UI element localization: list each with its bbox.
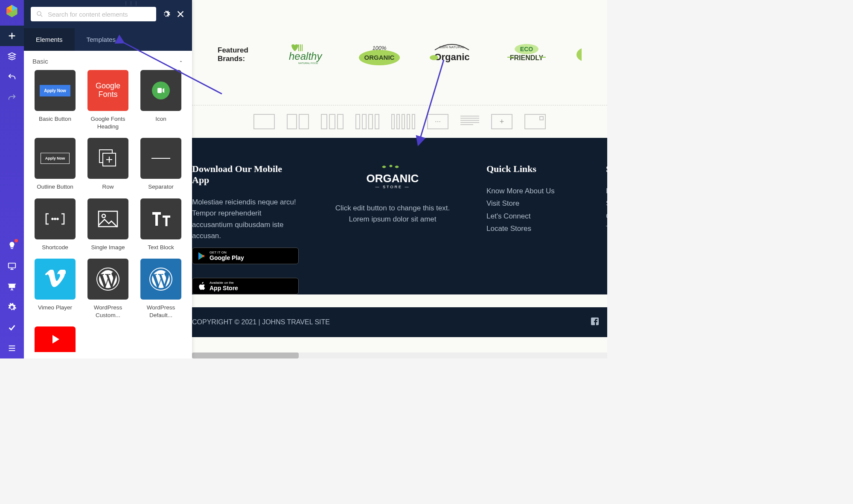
gear-icon[interactable]	[161, 9, 171, 19]
app-store-badge[interactable]: Available on theApp Store	[192, 278, 299, 294]
vc-logo	[4, 3, 20, 19]
element-vimeo[interactable]: Vimeo Player	[31, 259, 79, 319]
svg-text:100% NATURAL: 100% NATURAL	[439, 45, 465, 49]
elements-grid: Apply NowBasic Button GoogleFontsGoogle …	[24, 70, 192, 358]
search-icon	[36, 10, 44, 18]
svg-point-7	[55, 218, 56, 219]
svg-text:ECO: ECO	[520, 46, 533, 52]
layout-more[interactable]: ⋯	[427, 114, 448, 129]
svg-rect-0	[9, 263, 16, 268]
rail-redo[interactable]	[0, 87, 24, 108]
svg-text:ORGANIC: ORGANIC	[364, 54, 395, 61]
site-link[interactable]: Sho	[606, 198, 607, 209]
svg-point-2	[37, 12, 41, 15]
brand-organic-100: 100%ORGANIC	[358, 43, 401, 67]
footer-col-site: Site Priv Sho Off Ter	[606, 163, 607, 294]
rail-layers[interactable]	[0, 46, 24, 67]
rail-menu[interactable]	[0, 338, 24, 358]
rail-settings[interactable]	[0, 297, 24, 318]
footer-title-4: Site	[606, 163, 607, 175]
layout-text[interactable]	[460, 114, 479, 129]
footer-title-1: Download Our Mobile App	[192, 163, 299, 186]
element-outline-button[interactable]: Apply NowOutline Button	[31, 138, 79, 191]
svg-rect-3	[157, 88, 162, 93]
close-icon[interactable]	[176, 9, 185, 19]
brand-eco-friendly: ECOFRIENDLY	[503, 43, 550, 67]
search-wrap	[31, 7, 156, 21]
footer-dark: Download Our Mobile App Molestiae reicie…	[192, 138, 607, 294]
element-wp-default[interactable]: WordPress Default...	[137, 259, 185, 319]
canvas: Featured Brands: healthyNATURAL FOOD 100…	[192, 0, 607, 358]
brand-partial	[576, 43, 582, 67]
footer-bottom: COPYRIGHT © 2021 | JOHNS TRAVEL SITE	[192, 307, 607, 337]
section-title: Basic	[32, 58, 48, 65]
element-google-fonts[interactable]: GoogleFontsGoogle Fonts Heading	[84, 70, 132, 130]
row-layout-picker: ⋯ +	[192, 105, 607, 138]
search-input[interactable]	[48, 11, 151, 18]
layout-add[interactable]: +	[491, 114, 512, 129]
footer-title-3: Quick Links	[486, 163, 572, 175]
rail-undo[interactable]	[0, 67, 24, 87]
quick-link[interactable]: Know More About Us	[486, 186, 572, 197]
layout-4col[interactable]	[355, 114, 379, 129]
footer-col-logo: ORGANIC— STORE — Click edit button to ch…	[333, 163, 452, 294]
svg-point-8	[57, 218, 58, 219]
elements-panel: ⋮⋮⋮ Elements Templates Basic Apply NowBa…	[24, 0, 192, 358]
google-play-badge[interactable]: GET IT ONGoogle Play	[192, 248, 299, 264]
quick-link[interactable]: Visit Store	[486, 198, 572, 209]
element-icon[interactable]: Icon	[137, 70, 185, 130]
svg-point-6	[52, 218, 53, 219]
footer-text-2: Click edit button to change this text. L…	[333, 203, 452, 225]
section-basic-header[interactable]: Basic	[24, 51, 192, 70]
element-basic-button[interactable]: Apply NowBasic Button	[31, 70, 79, 130]
element-separator[interactable]: Separator	[137, 138, 185, 191]
site-link[interactable]: Ter	[606, 223, 607, 234]
svg-rect-1	[9, 284, 15, 288]
footer-text-1: Molestiae reiciendis neque arcu! Tempor …	[192, 197, 299, 242]
quick-link[interactable]: Locate Stores	[486, 223, 572, 234]
quick-link[interactable]: Let's Connect	[486, 211, 572, 222]
svg-text:— STORE —: — STORE —	[376, 185, 410, 189]
svg-text:NATURAL FOOD: NATURAL FOOD	[298, 62, 318, 64]
svg-point-23	[430, 55, 438, 60]
rail-confirm[interactable]	[0, 318, 24, 338]
svg-text:ORGANIC: ORGANIC	[367, 172, 419, 185]
panel-drag-handle[interactable]: ⋮⋮⋮	[124, 1, 139, 6]
tab-templates[interactable]: Templates	[75, 28, 128, 51]
horizontal-scrollbar[interactable]	[192, 353, 607, 358]
rail-presentation[interactable]	[0, 277, 24, 297]
site-link[interactable]: Priv	[606, 186, 607, 197]
element-wp-custom[interactable]: WordPress Custom...	[84, 259, 132, 319]
site-link[interactable]: Off	[606, 211, 607, 222]
element-youtube[interactable]	[31, 326, 79, 356]
svg-point-10	[102, 214, 105, 218]
facebook-icon[interactable]	[591, 318, 599, 327]
svg-text:Organic: Organic	[434, 52, 469, 62]
brand-healthy: healthyNATURAL FOOD	[285, 43, 332, 67]
layout-template[interactable]	[524, 114, 546, 129]
element-shortcode[interactable]: Shortcode	[31, 198, 79, 251]
layout-2col[interactable]	[287, 114, 309, 129]
svg-text:FRIENDLY: FRIENDLY	[510, 54, 544, 61]
svg-point-27	[576, 47, 582, 62]
element-text-block[interactable]: Text Block	[137, 198, 185, 251]
copyright: COPYRIGHT © 2021 | JOHNS TRAVEL SITE	[192, 318, 330, 326]
chevron-up-icon	[178, 59, 183, 64]
rail-insights[interactable]	[0, 236, 24, 256]
brands-row: Featured Brands: healthyNATURAL FOOD 100…	[192, 0, 607, 92]
element-single-image[interactable]: Single Image	[84, 198, 132, 251]
rail-add[interactable]	[0, 26, 24, 46]
organic-logo: ORGANIC— STORE —	[333, 163, 452, 195]
panel-tabs: Elements Templates	[24, 28, 192, 51]
tab-elements[interactable]: Elements	[24, 28, 75, 51]
rail-desktop[interactable]	[0, 256, 24, 277]
layout-5col[interactable]	[391, 114, 415, 129]
footer-col-app: Download Our Mobile App Molestiae reicie…	[192, 163, 299, 294]
brand-natural-organic: 100% NATURALOrganic	[426, 43, 477, 67]
brands-label: Featured Brands:	[218, 46, 260, 63]
layout-1col[interactable]	[253, 114, 275, 129]
layout-3col[interactable]	[321, 114, 344, 129]
element-row[interactable]: Row	[84, 138, 132, 191]
svg-text:healthy: healthy	[289, 50, 323, 62]
left-rail	[0, 0, 24, 358]
